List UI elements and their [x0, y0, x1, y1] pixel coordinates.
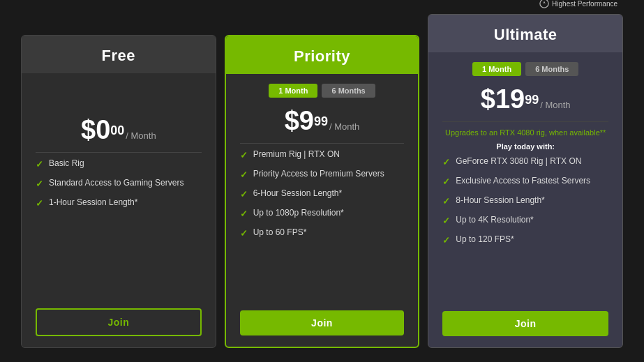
free-price-display: $000/ Month	[36, 115, 202, 153]
check-icon: ✓	[240, 169, 248, 181]
priority-plan-header: Priority	[226, 36, 419, 74]
free-plan-card: Free $000/ Month ✓ Basic Rig ✓ Standard …	[21, 35, 216, 348]
list-item: ✓ 6-Hour Session Length*	[240, 188, 405, 201]
ultimate-price-main: $19	[481, 84, 525, 114]
check-icon: ✓	[240, 209, 248, 220]
feature-text: 8-Hour Session Length*	[456, 195, 544, 206]
priority-6months-toggle[interactable]: 6 Months	[322, 84, 375, 98]
feature-text: 1-Hour Session Length*	[49, 197, 137, 209]
feature-text: Basic Rig	[49, 158, 84, 169]
list-item: ✓ Up to 1080p Resolution*	[240, 208, 405, 220]
feature-text: Exclusive Access to Fastest Servers	[456, 176, 590, 187]
highest-performance-badge: Highest Performance	[539, 0, 617, 8]
priority-billing-toggle: 1 Month 6 Months	[240, 84, 405, 98]
ultimate-price-display: $1999/ Month	[442, 84, 608, 122]
ultimate-6months-toggle[interactable]: 6 Months	[525, 62, 578, 76]
feature-text: Up to 1080p Resolution*	[253, 208, 344, 219]
free-features-list: ✓ Basic Rig ✓ Standard Access to Gaming …	[36, 158, 202, 299]
free-plan-wrapper: Free $000/ Month ✓ Basic Rig ✓ Standard …	[21, 14, 216, 348]
play-today-label: Play today with:	[442, 142, 608, 151]
ultimate-plan-card: Ultimate 1 Month 6 Months $1999/ Month U…	[428, 14, 623, 348]
free-plan-header: Free	[22, 36, 216, 73]
ultimate-features-list: ✓ GeForce RTX 3080 Rig | RTX ON ✓ Exclus…	[442, 156, 608, 301]
feature-text: Standard Access to Gaming Servers	[49, 178, 184, 189]
pricing-container: Free $000/ Month ✓ Basic Rig ✓ Standard …	[0, 0, 644, 362]
priority-plan-wrapper: Priority 1 Month 6 Months $999/ Month ✓ …	[225, 14, 420, 348]
check-icon: ✓	[442, 196, 450, 208]
ultimate-plan-wrapper: Highest Performance Ultimate 1 Month 6 M…	[428, 14, 623, 348]
check-icon: ✓	[240, 228, 248, 240]
upgrade-note: Upgrades to an RTX 4080 rig, when availa…	[442, 128, 608, 138]
list-item: ✓ Priority Access to Premium Servers	[240, 169, 405, 181]
check-icon: ✓	[240, 189, 248, 201]
free-price-main: $0	[81, 115, 110, 144]
feature-text: Up to 4K Resolution*	[456, 215, 533, 226]
priority-price-main: $9	[285, 106, 314, 135]
check-icon: ✓	[442, 235, 450, 247]
free-price-cents: 00	[110, 123, 124, 137]
feature-text: 6-Hour Session Length*	[253, 188, 342, 199]
list-item: ✓ Basic Rig	[36, 158, 202, 171]
feature-text: Up to 60 FPS*	[253, 227, 307, 239]
free-plan-body: $000/ Month ✓ Basic Rig ✓ Standard Acces…	[22, 73, 216, 347]
list-item: ✓ Standard Access to Gaming Servers	[36, 178, 202, 190]
check-icon: ✓	[36, 179, 43, 190]
priority-join-button[interactable]: Join	[240, 310, 405, 335]
check-icon: ✓	[442, 157, 450, 169]
ultimate-plan-body: 1 Month 6 Months $1999/ Month Upgrades t…	[428, 52, 622, 347]
list-item: ✓ 1-Hour Session Length*	[36, 197, 202, 210]
feature-text: Up to 120 FPS*	[456, 234, 514, 246]
priority-features-list: ✓ Premium Rig | RTX ON ✓ Priority Access…	[240, 149, 405, 301]
free-plan-title: Free	[36, 47, 202, 65]
list-item: ✓ Up to 120 FPS*	[442, 234, 608, 247]
check-icon: ✓	[36, 159, 43, 171]
priority-price-cents: 99	[314, 114, 328, 128]
list-item: ✓ GeForce RTX 3080 Rig | RTX ON	[442, 156, 608, 169]
feature-text: GeForce RTX 3080 Rig | RTX ON	[456, 156, 581, 167]
priority-price-period: / Month	[329, 121, 359, 132]
list-item: ✓ Up to 60 FPS*	[240, 227, 405, 240]
list-item: ✓ Up to 4K Resolution*	[442, 215, 608, 227]
ultimate-plan-title: Ultimate	[442, 26, 608, 44]
priority-plan-title: Priority	[240, 47, 405, 66]
check-icon: ✓	[240, 150, 248, 162]
list-item: ✓ Exclusive Access to Fastest Servers	[442, 176, 608, 188]
ultimate-plan-header: Ultimate	[428, 15, 622, 52]
feature-text: Premium Rig | RTX ON	[253, 149, 340, 160]
check-icon: ✓	[442, 176, 450, 188]
priority-plan-body: 1 Month 6 Months $999/ Month ✓ Premium R…	[226, 74, 419, 347]
ultimate-join-button[interactable]: Join	[442, 311, 608, 336]
check-icon: ✓	[442, 216, 450, 227]
ultimate-price-period: / Month	[540, 100, 570, 110]
check-icon: ✓	[36, 198, 43, 210]
ultimate-1month-toggle[interactable]: 1 Month	[472, 62, 521, 76]
priority-plan-card: Priority 1 Month 6 Months $999/ Month ✓ …	[225, 35, 420, 348]
list-item: ✓ 8-Hour Session Length*	[442, 195, 608, 208]
list-item: ✓ Premium Rig | RTX ON	[240, 149, 405, 162]
performance-icon	[539, 0, 549, 8]
ultimate-billing-toggle: 1 Month 6 Months	[442, 62, 608, 76]
feature-text: Priority Access to Premium Servers	[253, 169, 384, 180]
free-join-button[interactable]: Join	[36, 308, 202, 336]
free-price-period: / Month	[126, 130, 156, 141]
priority-1month-toggle[interactable]: 1 Month	[269, 84, 317, 98]
badge-text: Highest Performance	[552, 0, 617, 8]
ultimate-price-cents: 99	[525, 93, 539, 107]
priority-price-display: $999/ Month	[240, 106, 405, 144]
